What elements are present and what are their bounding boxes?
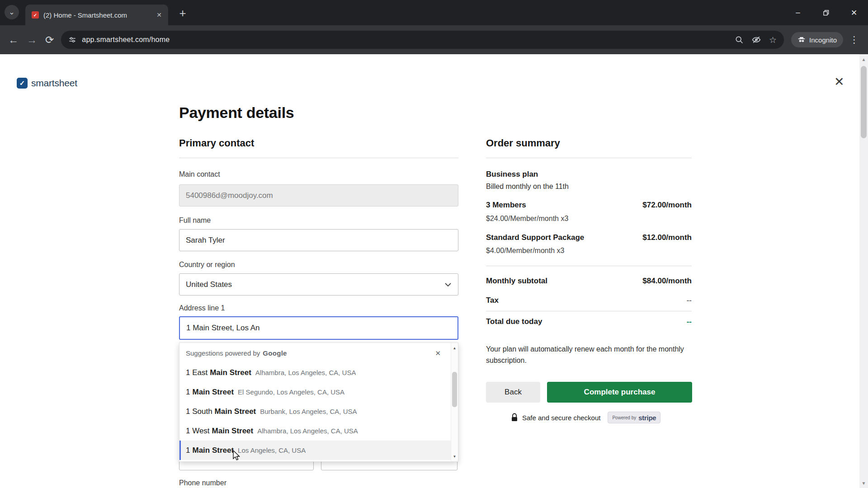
- order-line-name: 3 Members: [486, 201, 526, 210]
- back-button[interactable]: Back: [486, 382, 540, 403]
- suggestion-item[interactable]: 1 West Main Street Alhambra, Los Angeles…: [179, 421, 458, 441]
- complete-purchase-button[interactable]: Complete purchase: [547, 382, 692, 403]
- bookmark-star-icon[interactable]: ☆: [769, 35, 777, 45]
- suggestion-item[interactable]: 1 East Main Street Alhambra, Los Angeles…: [179, 363, 458, 382]
- suggestion-text-bold: Main Street: [192, 388, 234, 397]
- logo-check-glyph: ✓: [19, 79, 25, 87]
- star-glyph: ☆: [769, 35, 777, 45]
- suggestion-text-bold: Main Street: [212, 427, 254, 436]
- suggestion-text: 1: [186, 388, 190, 397]
- suggestion-secondary: Alhambra, Los Angeles, CA, USA: [255, 369, 356, 376]
- secure-checkout: Safe and secure checkout Powered by stri…: [511, 412, 660, 423]
- secure-checkout-text: Safe and secure checkout: [522, 414, 600, 422]
- suggestion-text-bold: Main Street: [215, 407, 256, 416]
- renewal-note: Your plan will automatically renew each …: [486, 343, 695, 366]
- tax-label: Tax: [486, 296, 499, 305]
- smartsheet-wordmark: smartsheet: [31, 78, 77, 89]
- reload-icon[interactable]: ⟳: [45, 35, 54, 45]
- main-contact-field: [179, 184, 458, 206]
- tax-row: Tax --: [486, 296, 692, 305]
- divider: [486, 158, 692, 158]
- suggestion-item-highlighted[interactable]: 1 Main Street Los Angeles, CA, USA: [179, 441, 458, 460]
- stripe-powered-text: Powered by: [612, 415, 636, 420]
- restore-button[interactable]: [812, 0, 840, 25]
- suggestions-popup: Suggestions powered by Google ✕ 1 East M…: [179, 343, 458, 462]
- order-line-sub: $24.00/Member/month x3: [486, 215, 568, 223]
- suggestion-item[interactable]: 1 Main Street El Segundo, Los Angeles, C…: [179, 382, 458, 402]
- stripe-logo-text: stripe: [638, 414, 656, 422]
- tab-title: (2) Home - Smartsheet.com: [43, 11, 151, 19]
- site-settings-icon[interactable]: [68, 36, 76, 44]
- scroll-up-icon[interactable]: ▲: [859, 54, 868, 64]
- divider: [486, 311, 692, 311]
- smartsheet-logo-icon: ✓: [17, 78, 28, 89]
- browser-menu-icon[interactable]: ⋮: [849, 34, 859, 45]
- suggestion-text: 1 East: [186, 368, 208, 377]
- order-summary-heading: Order summary: [486, 137, 560, 149]
- suggestion-text: 1 South: [186, 407, 212, 416]
- chevron-down-icon: [444, 282, 452, 287]
- order-line-name: Standard Support Package: [486, 233, 584, 242]
- chevron-down-icon: ⌄: [9, 9, 14, 16]
- address1-field[interactable]: [179, 316, 458, 340]
- page-close-icon[interactable]: ✕: [834, 76, 844, 88]
- scroll-down-icon[interactable]: ▼: [451, 452, 458, 460]
- address1-label: Address line 1: [179, 304, 225, 312]
- suggestions-header: Suggestions powered by Google ✕: [179, 343, 458, 363]
- tab-search-button[interactable]: ⌄: [5, 5, 19, 19]
- close-window-button[interactable]: ✕: [840, 0, 868, 25]
- page-scrollbar[interactable]: ▲ ▼: [859, 54, 868, 488]
- country-label: Country or region: [179, 261, 235, 269]
- incognito-badge: Incognito: [791, 32, 843, 47]
- plan-name: Business plan: [486, 170, 538, 179]
- billing-note: Billed monthly on the 11th: [486, 183, 569, 191]
- tab-strip: ⌄ ✓ (2) Home - Smartsheet.com ✕ + – ✕: [0, 0, 868, 25]
- page-scroll-thumb[interactable]: [861, 66, 867, 138]
- tax-value: --: [687, 296, 692, 305]
- full-name-label: Full name: [179, 216, 211, 225]
- suggestions-header-text: Suggestions powered by: [186, 349, 260, 357]
- suggestions-close-icon[interactable]: ✕: [433, 348, 443, 358]
- screen: ⌄ ✓ (2) Home - Smartsheet.com ✕ + – ✕ ← …: [0, 0, 868, 488]
- smartsheet-logo: ✓ smartsheet: [17, 78, 77, 89]
- incognito-label: Incognito: [809, 36, 837, 44]
- suggestions-scrollbar[interactable]: ▲ ▼: [451, 343, 458, 461]
- suggestion-secondary: El Segundo, Los Angeles, CA, USA: [238, 388, 344, 396]
- main-contact-label: Main contact: [179, 170, 220, 178]
- order-line: 3 Members $72.00/month: [486, 201, 692, 210]
- order-line: Standard Support Package $12.00/month: [486, 233, 692, 242]
- forward-icon[interactable]: →: [27, 35, 37, 45]
- scroll-up-icon[interactable]: ▲: [451, 344, 458, 352]
- favicon-check-glyph: ✓: [33, 13, 37, 18]
- subtotal-row: Monthly subtotal $84.00/month: [486, 277, 692, 286]
- address-bar[interactable]: app.smartsheet.com/home ☆: [61, 31, 784, 49]
- back-icon[interactable]: ←: [8, 35, 19, 45]
- suggestion-text: 1: [186, 446, 190, 455]
- total-value: --: [687, 317, 692, 326]
- url-text: app.smartsheet.com/home: [82, 36, 726, 44]
- browser-tab[interactable]: ✓ (2) Home - Smartsheet.com ✕: [25, 5, 168, 25]
- phone-label: Phone number: [179, 479, 226, 487]
- country-value: United States: [186, 280, 232, 289]
- suggestion-secondary: Burbank, Los Angeles, CA, USA: [260, 408, 357, 415]
- suggestion-text-bold: Main Street: [210, 368, 251, 377]
- eye-off-icon[interactable]: [752, 35, 761, 44]
- order-line-price: $12.00/month: [642, 233, 692, 242]
- suggestion-item[interactable]: 1 South Main Street Burbank, Los Angeles…: [179, 402, 458, 421]
- divider: [486, 266, 692, 266]
- tab-close-icon[interactable]: ✕: [155, 10, 164, 19]
- subtotal-label: Monthly subtotal: [486, 277, 547, 286]
- page-title: Payment details: [179, 104, 294, 122]
- new-tab-button[interactable]: +: [175, 6, 190, 20]
- scroll-down-icon[interactable]: ▼: [859, 478, 868, 488]
- total-label: Total due today: [486, 317, 542, 326]
- zoom-icon[interactable]: [735, 35, 744, 44]
- minimize-button[interactable]: –: [784, 0, 812, 25]
- restore-icon: [823, 10, 829, 16]
- incognito-icon: [797, 37, 806, 43]
- country-select[interactable]: United States: [179, 273, 458, 296]
- suggestions-scroll-thumb[interactable]: [452, 372, 457, 407]
- full-name-field[interactable]: [179, 229, 458, 251]
- order-line-sub: $4.00/Member/month x3: [486, 247, 564, 255]
- suggestion-secondary: Los Angeles, CA, USA: [238, 446, 306, 454]
